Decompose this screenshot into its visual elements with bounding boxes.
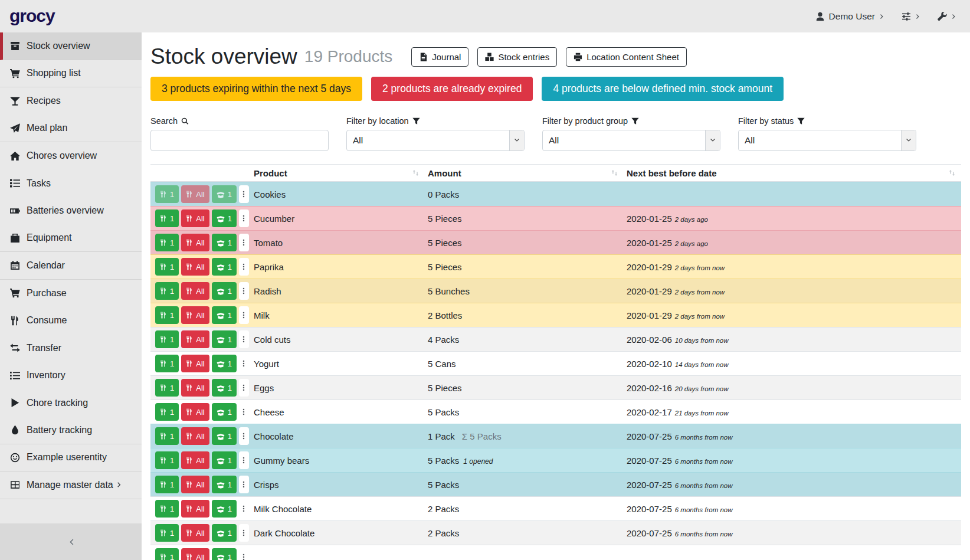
stock-entries-button[interactable]: Stock entries <box>477 47 557 67</box>
consume-all-button[interactable]: All <box>181 524 209 542</box>
consume-all-button[interactable]: All <box>181 258 209 276</box>
row-menu-button[interactable] <box>239 282 249 300</box>
sidebar-item-meal-plan[interactable]: Meal plan <box>0 115 142 143</box>
row-menu-button[interactable] <box>239 451 249 469</box>
admin-menu[interactable] <box>938 12 957 21</box>
row-menu-button[interactable] <box>239 548 249 560</box>
row-menu-button[interactable] <box>239 524 249 542</box>
open-one-button[interactable]: 1 <box>212 403 237 421</box>
button-label: Location Content Sheet <box>586 52 679 62</box>
sidebar-item-equipment[interactable]: Equipment <box>0 225 142 253</box>
consume-one-button[interactable]: 1 <box>155 355 179 372</box>
open-one-button[interactable]: 1 <box>212 379 237 397</box>
open-one-button[interactable]: 1 <box>212 306 237 324</box>
open-one-button[interactable]: 1 <box>212 548 237 560</box>
row-menu-button[interactable] <box>239 476 249 493</box>
sidebar-item-chore-tracking[interactable]: Chore tracking <box>0 389 142 417</box>
open-one-button[interactable]: 1 <box>212 355 237 372</box>
consume-one-button[interactable]: 1 <box>155 258 179 276</box>
consume-all-button[interactable]: All <box>181 234 209 251</box>
settings-menu[interactable] <box>902 12 921 21</box>
column-product[interactable]: Product <box>251 165 425 181</box>
consume-one-button[interactable]: 1 <box>155 427 179 445</box>
row-menu-button[interactable] <box>239 306 249 324</box>
open-one-button[interactable]: 1 <box>212 282 237 300</box>
consume-all-button[interactable]: All <box>181 330 209 348</box>
sidebar-item-batteries-overview[interactable]: Batteries overview <box>0 197 142 225</box>
consume-all-button[interactable]: All <box>181 476 209 493</box>
consume-all-button[interactable]: All <box>181 403 209 421</box>
consume-all-button[interactable]: All <box>181 451 209 469</box>
consume-all-button[interactable]: All <box>181 500 209 518</box>
consume-one-button[interactable]: 1 <box>155 379 179 397</box>
sidebar-item-example-userentity[interactable]: Example userentity <box>0 444 142 472</box>
consume-all-button[interactable]: All <box>181 209 209 227</box>
search-input[interactable] <box>150 130 329 151</box>
consume-one-button[interactable]: 1 <box>155 403 179 421</box>
consume-one-button[interactable]: 1 <box>155 185 179 203</box>
row-menu-button[interactable] <box>239 379 249 397</box>
open-one-button[interactable]: 1 <box>212 209 237 227</box>
sidebar-item-calendar[interactable]: Calendar <box>0 252 142 280</box>
row-menu-button[interactable] <box>239 403 249 421</box>
row-menu-button[interactable] <box>239 500 249 518</box>
open-one-button[interactable]: 1 <box>212 185 237 203</box>
consume-one-button[interactable]: 1 <box>155 548 179 560</box>
consume-one-button[interactable]: 1 <box>155 282 179 300</box>
sidebar-collapse-button[interactable] <box>0 523 142 560</box>
sidebar-item-recipes[interactable]: Recipes <box>0 87 142 115</box>
filter-by-status-select[interactable]: All <box>738 130 916 151</box>
consume-one-button[interactable]: 1 <box>155 524 179 542</box>
sidebar-item-battery-tracking[interactable]: Battery tracking <box>0 417 142 444</box>
row-menu-button[interactable] <box>239 427 249 445</box>
user-menu[interactable]: Demo User <box>815 11 885 22</box>
row-menu-button[interactable] <box>239 330 249 348</box>
sidebar-item-consume[interactable]: Consume <box>0 307 142 335</box>
open-one-button[interactable]: 1 <box>212 234 237 251</box>
alert-banner-0[interactable]: 3 products expiring within the next 5 da… <box>150 77 362 101</box>
alert-banner-1[interactable]: 2 products are already expired <box>371 77 533 101</box>
open-one-button[interactable]: 1 <box>212 524 237 542</box>
row-menu-button[interactable] <box>239 258 249 276</box>
sidebar-item-chores-overview[interactable]: Chores overview <box>0 142 142 170</box>
consume-one-button[interactable]: 1 <box>155 306 179 324</box>
filter-by-location-select[interactable]: All <box>346 130 525 151</box>
consume-one-button[interactable]: 1 <box>155 234 179 251</box>
location-content-sheet-button[interactable]: Location Content Sheet <box>566 47 687 67</box>
consume-all-button[interactable]: All <box>181 427 209 445</box>
open-one-button[interactable]: 1 <box>212 476 237 493</box>
row-menu-button[interactable] <box>239 209 249 227</box>
consume-one-button[interactable]: 1 <box>155 209 179 227</box>
column-next-best-before-date[interactable]: Next best before date <box>624 165 961 181</box>
open-one-button[interactable]: 1 <box>212 427 237 445</box>
consume-all-button[interactable]: All <box>181 306 209 324</box>
column-amount[interactable]: Amount <box>425 165 624 181</box>
row-menu-button[interactable] <box>239 185 249 203</box>
consume-all-button[interactable]: All <box>181 185 209 203</box>
sidebar-item-purchase[interactable]: Purchase <box>0 280 142 307</box>
sidebar-item-tasks[interactable]: Tasks <box>0 170 142 198</box>
consume-one-button[interactable]: 1 <box>155 330 179 348</box>
row-menu-button[interactable] <box>239 355 249 372</box>
open-one-button[interactable]: 1 <box>212 330 237 348</box>
sidebar-item-inventory[interactable]: Inventory <box>0 362 142 389</box>
consume-all-button[interactable]: All <box>181 355 209 372</box>
grocy-logo[interactable]: grocy <box>9 6 55 26</box>
journal-button[interactable]: Journal <box>411 47 468 67</box>
consume-all-button[interactable]: All <box>181 282 209 300</box>
sidebar-item-shopping-list[interactable]: Shopping list <box>0 60 142 88</box>
row-menu-button[interactable] <box>239 234 249 251</box>
consume-one-button[interactable]: 1 <box>155 500 179 518</box>
consume-one-button[interactable]: 1 <box>155 451 179 469</box>
open-one-button[interactable]: 1 <box>212 500 237 518</box>
sidebar-item-transfer[interactable]: Transfer <box>0 335 142 362</box>
consume-one-button[interactable]: 1 <box>155 476 179 493</box>
sidebar-item-manage-master-data[interactable]: Manage master data <box>0 471 142 499</box>
consume-all-button[interactable]: All <box>181 548 209 560</box>
filter-by-product-group-select[interactable]: All <box>542 130 720 151</box>
open-one-button[interactable]: 1 <box>212 258 237 276</box>
open-one-button[interactable]: 1 <box>212 451 237 469</box>
sidebar-item-stock-overview[interactable]: Stock overview <box>0 32 142 60</box>
consume-all-button[interactable]: All <box>181 379 209 397</box>
alert-banner-2[interactable]: 4 products are below defined min. stock … <box>542 77 784 101</box>
